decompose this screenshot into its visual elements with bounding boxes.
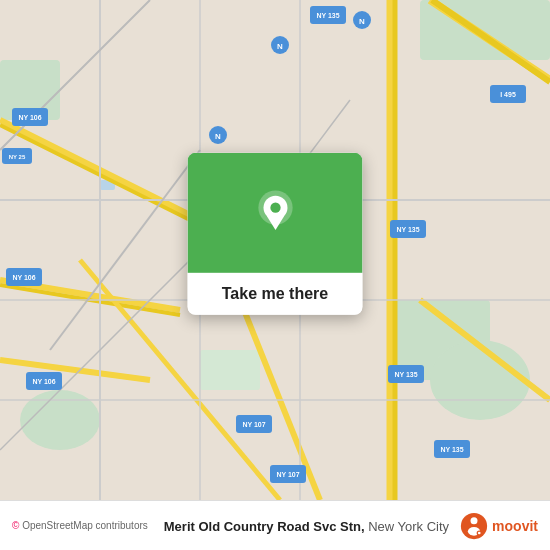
- svg-text:NY 107: NY 107: [276, 471, 299, 478]
- svg-point-5: [20, 390, 100, 450]
- svg-point-67: [478, 531, 481, 534]
- location-name: Merit Old Country Road Svc Stn, New York…: [164, 519, 449, 534]
- svg-text:NY 135: NY 135: [396, 226, 419, 233]
- moovit-icon: [460, 512, 488, 540]
- svg-text:NY 106: NY 106: [12, 274, 35, 281]
- svg-rect-6: [200, 350, 260, 390]
- location-card: Take me there: [188, 153, 363, 315]
- map-container: NY 106 NY 25 NY 106 NY 106 NY 135 N N N …: [0, 0, 550, 500]
- bottom-bar: © OpenStreetMap contributors Merit Old C…: [0, 500, 550, 550]
- svg-text:NY 135: NY 135: [394, 371, 417, 378]
- svg-text:NY 107: NY 107: [242, 421, 265, 428]
- svg-text:I 495: I 495: [500, 91, 516, 98]
- card-map-area: [188, 153, 363, 273]
- take-me-there-button[interactable]: Take me there: [188, 273, 363, 315]
- svg-text:N: N: [277, 42, 283, 51]
- svg-text:NY 106: NY 106: [18, 114, 41, 121]
- svg-point-4: [430, 340, 530, 420]
- svg-text:N: N: [215, 132, 221, 141]
- location-pin-icon: [251, 189, 299, 237]
- svg-point-64: [471, 517, 478, 524]
- svg-point-61: [270, 203, 280, 213]
- copyright-text: © OpenStreetMap contributors: [12, 520, 148, 531]
- location-info: Merit Old Country Road Svc Stn, New York…: [156, 517, 460, 535]
- svg-text:NY 25: NY 25: [9, 154, 26, 160]
- moovit-text: moovit: [492, 518, 538, 534]
- moovit-logo: moovit: [460, 512, 538, 540]
- svg-text:NY 106: NY 106: [32, 378, 55, 385]
- svg-text:NY 135: NY 135: [316, 12, 339, 19]
- svg-text:N: N: [359, 17, 365, 26]
- svg-text:NY 135: NY 135: [440, 446, 463, 453]
